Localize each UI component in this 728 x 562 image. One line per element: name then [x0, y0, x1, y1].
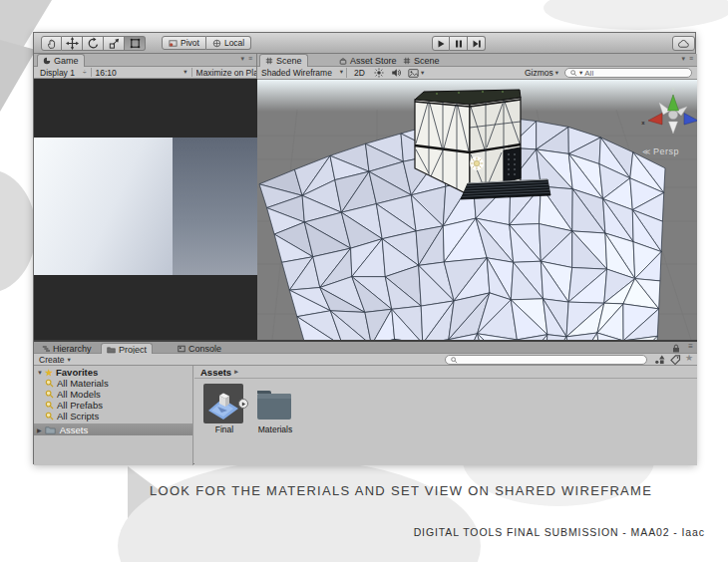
- rotate-icon: [87, 37, 100, 50]
- chevron-down-icon: ▾: [579, 69, 582, 77]
- asset-item-materials[interactable]: Materials: [254, 384, 296, 434]
- save-search-icon[interactable]: ★: [685, 353, 693, 363]
- tree-item-all-models[interactable]: All Models: [34, 389, 192, 400]
- game-panel: Game ▾ ≡ Display 1 ÷ 16:10 ▾ Maximize on…: [34, 54, 257, 340]
- chevron-collapsed-icon[interactable]: ▶: [37, 426, 42, 433]
- shading-mode-dropdown[interactable]: Shaded Wireframe ▾: [261, 68, 347, 78]
- hand-tool-button[interactable]: [41, 36, 62, 51]
- chevron-down-icon: ▾: [68, 356, 71, 364]
- persp-label[interactable]: ≪Persp: [642, 146, 679, 156]
- search-favorite-icon: [45, 379, 54, 388]
- tab-scene[interactable]: Scene: [259, 54, 308, 67]
- search-by-type-icon[interactable]: [654, 355, 665, 365]
- light-gizmo-icon[interactable]: [470, 156, 484, 170]
- tab-scene-2[interactable]: Scene: [398, 54, 445, 67]
- effects-icon: [408, 69, 419, 78]
- rotate-tool-button[interactable]: [83, 36, 104, 51]
- step-button[interactable]: [468, 36, 486, 51]
- slide-caption: LOOK FOR THE MATERIALS AND SET VIEW ON S…: [150, 483, 652, 498]
- search-favorite-icon: [45, 390, 54, 399]
- scene-tab-icon: [265, 57, 273, 65]
- slide-footer: DIGITAL TOOLS FINAL SUBMISSION - MAA02 -…: [414, 526, 705, 538]
- scene-tab-label: Scene: [276, 56, 302, 66]
- asset-item-final[interactable]: Final: [203, 384, 245, 434]
- scene-panel-menu-icon[interactable]: ▾ ≡: [681, 55, 694, 63]
- tree-item-all-scripts[interactable]: All Scripts: [34, 411, 192, 422]
- lock-icon[interactable]: [672, 344, 680, 353]
- search-icon: [570, 70, 577, 77]
- svg-text:Persp: Persp: [653, 146, 679, 156]
- game-letterbox-top: [34, 79, 257, 138]
- asset-store-tab-label: Asset Store: [350, 56, 397, 66]
- rect-tool-icon: [129, 37, 142, 50]
- scale-tool-button[interactable]: [104, 36, 125, 51]
- pivot-toggle-button[interactable]: Pivot: [162, 36, 206, 50]
- display-stepper-icon[interactable]: ÷: [83, 69, 87, 76]
- shading-mode-value: Shaded Wireframe: [261, 68, 332, 78]
- pivot-local-group: Pivot Local: [162, 36, 251, 50]
- collab-cloud-button[interactable]: [672, 36, 695, 51]
- game-render-wall: [34, 138, 173, 275]
- move-icon: [66, 37, 79, 50]
- chevron-expanded-icon[interactable]: ▼: [37, 370, 43, 376]
- tab-game[interactable]: Game: [37, 54, 85, 67]
- local-toggle-button[interactable]: Local: [206, 36, 251, 50]
- scene-panel: Scene Asset Store Scene ▾ ≡ Shaded Wiref…: [257, 54, 697, 340]
- asset-label: Materials: [254, 424, 296, 434]
- game-panel-menu-icon[interactable]: ▾ ≡: [240, 55, 253, 63]
- 2d-toggle[interactable]: 2D: [354, 68, 365, 78]
- scene-search-input[interactable]: ▾ All: [564, 68, 692, 78]
- tree-item-label: All Models: [57, 389, 101, 400]
- folder-icon: [107, 346, 116, 354]
- effects-dropdown[interactable]: ▾: [408, 69, 424, 78]
- step-icon: [472, 39, 482, 49]
- maximize-on-play-toggle[interactable]: Maximize on Play: [196, 68, 256, 78]
- cloud-icon: [677, 39, 690, 49]
- project-search-input[interactable]: [445, 355, 647, 365]
- audio-toggle-icon[interactable]: [391, 68, 401, 78]
- scene-tab-icon: [403, 57, 411, 65]
- tree-item-all-materials[interactable]: All Materials: [34, 378, 192, 389]
- breadcrumb-arrow-icon: ▸: [234, 368, 238, 376]
- tree-item-label: All Scripts: [57, 411, 99, 422]
- scene-tab-2-label: Scene: [414, 56, 440, 66]
- breadcrumb-label[interactable]: Assets: [200, 367, 231, 378]
- assets-pane: Assets ▸ Final Materials: [194, 366, 697, 465]
- tree-item-label: All Materials: [57, 378, 109, 389]
- presentation-slide: Pivot Local: [0, 0, 728, 562]
- gizmos-dropdown[interactable]: Gizmos ▾: [525, 68, 558, 78]
- play-icon: [436, 39, 446, 49]
- display-dropdown[interactable]: Display 1: [40, 68, 75, 78]
- folder-icon: [45, 425, 56, 434]
- play-button[interactable]: [432, 36, 450, 51]
- bottom-tab-bar: Hierarchy Project Console ≡: [34, 340, 697, 354]
- expand-asset-badge[interactable]: [238, 399, 248, 409]
- game-letterbox-bottom: [34, 275, 257, 340]
- tree-item-assets-root[interactable]: ▶ Assets: [34, 423, 192, 435]
- scene-toolbar: Shaded Wireframe ▾ 2D ▾ Gizmos ▾ ▾: [257, 67, 697, 80]
- game-viewport[interactable]: [34, 79, 257, 340]
- gizmos-label: Gizmos: [525, 68, 553, 78]
- move-tool-button[interactable]: [62, 36, 83, 51]
- tree-item-all-prefabs[interactable]: All Prefabs: [34, 400, 192, 411]
- svg-text:≪: ≪: [642, 147, 650, 156]
- hierarchy-icon: [42, 345, 50, 353]
- create-dropdown[interactable]: Create ▾: [39, 355, 71, 365]
- game-tab-icon: [43, 57, 51, 65]
- pause-button[interactable]: [450, 36, 468, 51]
- aspect-dropdown[interactable]: 16:10 ▾: [96, 68, 187, 78]
- assets-root-label: Assets: [60, 424, 89, 435]
- chevron-down-icon: ▾: [421, 69, 424, 77]
- panel-menu-icon[interactable]: ≡: [688, 342, 693, 351]
- hierarchy-tab-label: Hierarchy: [53, 344, 92, 354]
- search-by-label-icon[interactable]: [670, 355, 681, 365]
- create-label: Create: [39, 355, 65, 365]
- chevron-down-icon: ▾: [340, 68, 343, 78]
- lighting-toggle-icon[interactable]: [374, 68, 384, 78]
- favorites-header[interactable]: ▼ ★ Favorites: [34, 367, 192, 378]
- scene-viewport[interactable]: yxz≪Persp: [257, 80, 697, 340]
- game-tab-label: Game: [54, 56, 79, 66]
- tab-asset-store[interactable]: Asset Store: [334, 54, 402, 67]
- folder-asset-thumbnail: [254, 384, 294, 423]
- rect-tool-button[interactable]: [125, 36, 146, 51]
